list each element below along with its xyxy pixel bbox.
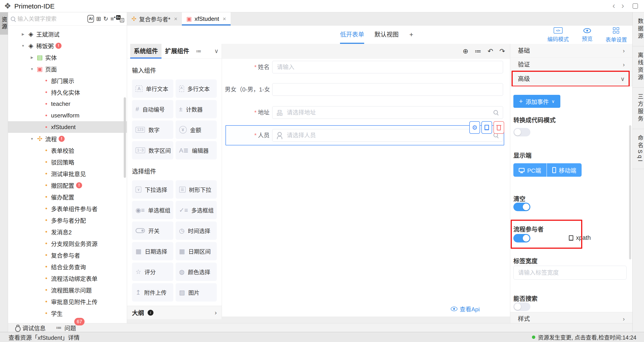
palette-component[interactable]: ▨ 图片 bbox=[176, 283, 217, 302]
tab-extended-components[interactable]: 扩展组件 bbox=[162, 44, 193, 58]
tree-item[interactable]: ● 流程活动绑定表单 ! bbox=[8, 272, 127, 284]
tree-item[interactable]: ● 多表单组件参与者 ! bbox=[8, 203, 127, 214]
tree-item[interactable]: ● 表单校验 ! bbox=[8, 144, 127, 156]
field-input-address[interactable]: 品 bbox=[272, 106, 503, 119]
rail-tab[interactable]: 命名Sql bbox=[632, 129, 644, 169]
tree-item[interactable]: ● teacher ! bbox=[8, 98, 127, 110]
palette-component[interactable]: ∨ 下拉选择 bbox=[132, 180, 173, 198]
tree-item[interactable]: ▤ 实体 ! bbox=[8, 52, 127, 63]
label-width-field[interactable] bbox=[513, 266, 626, 280]
tree-item[interactable]: ▣ 页面 ! bbox=[8, 63, 127, 75]
accordion-validate[interactable]: 验证 › bbox=[510, 58, 632, 72]
tree-item[interactable]: ● xfStudent ! bbox=[8, 121, 127, 133]
outline-tree-icon[interactable]: ≔ bbox=[475, 47, 482, 55]
palette-component[interactable]: ▦ 日期区间 bbox=[176, 242, 217, 260]
flow-participant-toggle[interactable] bbox=[513, 234, 530, 242]
undo-icon[interactable]: ↶ bbox=[488, 47, 493, 55]
field-copy-button[interactable] bbox=[482, 121, 492, 134]
outline-bar[interactable]: 大纲 i › bbox=[127, 306, 222, 319]
palette-component[interactable]: ☆ 评分 bbox=[132, 262, 173, 281]
window-restore-icon[interactable] bbox=[632, 3, 638, 9]
to-code-mode-toggle[interactable] bbox=[513, 128, 530, 136]
tree-item[interactable]: ● 结合业务查询 ! bbox=[8, 261, 127, 272]
tab-system-components[interactable]: 系统组件 bbox=[130, 44, 162, 58]
tree-item[interactable]: ● 催办配置 ! bbox=[8, 191, 127, 203]
xpath-row[interactable]: xpath bbox=[569, 234, 591, 241]
tree-item[interactable]: ● 审批意见附件上传 ! bbox=[8, 296, 127, 307]
i18n-globe-icon[interactable]: ⊕ bbox=[463, 47, 468, 55]
expand-arrow-icon[interactable] bbox=[29, 66, 35, 71]
accordion-advanced[interactable]: 高级 ∨ bbox=[510, 72, 632, 86]
status-right[interactable]: 资源发生变更, 点击查看,检查时间:14:24 bbox=[532, 333, 644, 341]
add-view-button[interactable]: + bbox=[409, 26, 414, 44]
tab-low-code-form[interactable]: 低开表单 bbox=[340, 26, 364, 44]
name-input[interactable] bbox=[272, 61, 503, 73]
palette-component[interactable]: # 自动编号 bbox=[132, 100, 173, 118]
expand-arrow-icon[interactable] bbox=[29, 136, 35, 141]
tree-item[interactable]: ● 分支规则业务资源 ! bbox=[8, 238, 127, 249]
palette-component[interactable]: ▦ 日期选择 bbox=[132, 242, 173, 260]
doc-tab-xfstudent[interactable]: ▣ xfStudent × bbox=[182, 12, 230, 26]
inspector-scrollbar[interactable] bbox=[629, 125, 631, 260]
tree-item[interactable]: ◈ 稀饭粥 ! bbox=[8, 40, 127, 52]
accordion-basic[interactable]: 基础 › bbox=[510, 44, 632, 58]
palette-component[interactable]: ¥ 金额 bbox=[176, 120, 217, 139]
rail-tab[interactable]: 离线资源 bbox=[632, 46, 644, 88]
debug-info-button[interactable]: 调试信息 bbox=[15, 324, 46, 332]
tree-item[interactable]: ● 驳回策略 ! bbox=[8, 156, 127, 168]
gender-input[interactable] bbox=[272, 84, 503, 96]
tree-item[interactable]: ● userwlform ! bbox=[8, 110, 127, 121]
address-search-icon[interactable] bbox=[494, 110, 498, 114]
palette-component[interactable]: ± 计数器 bbox=[176, 100, 217, 118]
tree-item[interactable]: ✣ 流程 ! bbox=[8, 133, 127, 144]
palette-sort-icon[interactable]: ≔ bbox=[196, 48, 201, 54]
expand-arrow-icon[interactable] bbox=[29, 55, 35, 60]
palette-component[interactable]: 123 数字 bbox=[132, 120, 173, 139]
address-input[interactable] bbox=[272, 106, 503, 118]
translate-icon[interactable]: En 文 bbox=[116, 15, 124, 22]
tree-item[interactable]: ● 复合参与者 ! bbox=[8, 249, 127, 261]
chevron-right-icon[interactable]: › bbox=[215, 309, 217, 316]
palette-component[interactable]: A≣ 编辑器 bbox=[176, 141, 217, 160]
person-input[interactable] bbox=[272, 129, 503, 141]
tree-item[interactable]: ● 发消息2 ! bbox=[8, 226, 127, 238]
palette-component[interactable]: ✓≡ 多选框组 bbox=[176, 201, 217, 219]
field-input-person[interactable] bbox=[272, 129, 503, 142]
collapse-all-icon[interactable]: ≡▲ bbox=[110, 16, 114, 22]
preview-button[interactable]: 预览 bbox=[582, 27, 592, 43]
palette-component[interactable]: 1~3 数字区间 bbox=[132, 141, 173, 160]
close-icon[interactable]: × bbox=[223, 16, 226, 22]
expand-arrow-icon[interactable] bbox=[20, 32, 26, 36]
new-resource-icon[interactable]: ⊞ bbox=[96, 16, 101, 22]
palette-component[interactable]: A 多行文本 bbox=[176, 80, 217, 98]
chevron-down-icon[interactable]: ∨ bbox=[214, 48, 218, 54]
field-input-name[interactable] bbox=[272, 61, 503, 73]
expand-arrow-icon[interactable] bbox=[20, 43, 26, 48]
code-mode-button[interactable]: </> 编码模式 bbox=[547, 27, 569, 43]
palette-component[interactable]: ↥ 附件上传 bbox=[132, 283, 173, 302]
label-width-input[interactable] bbox=[514, 266, 626, 279]
tree-item[interactable]: ● 多参与者分配 ! bbox=[8, 214, 127, 226]
palette-component[interactable]: ◷ 时间选择 bbox=[176, 222, 217, 240]
field-delete-button[interactable] bbox=[494, 121, 504, 134]
rail-tab-resources[interactable]: 资源 bbox=[0, 12, 8, 35]
add-event-button[interactable]: + 添加事件 ∨ bbox=[513, 95, 560, 108]
nav-back-icon[interactable]: ‹ bbox=[612, 0, 615, 12]
rail-tab[interactable]: 三方服务 bbox=[632, 88, 644, 129]
tree-scrollbar[interactable] bbox=[124, 97, 126, 178]
field-input-gender[interactable] bbox=[272, 83, 503, 96]
tree-item[interactable]: ● 测试审批意见 ! bbox=[8, 168, 127, 180]
tree-item[interactable]: ● 撤回配置 ! bbox=[8, 180, 127, 191]
refresh-icon[interactable]: ↻ bbox=[103, 16, 108, 22]
ai-icon[interactable]: AI bbox=[88, 15, 94, 22]
palette-component[interactable]: 开关 bbox=[132, 222, 173, 240]
mobile-side-button[interactable]: 移动端 bbox=[546, 163, 582, 177]
view-api-link[interactable]: 查看Api bbox=[451, 305, 480, 313]
pc-side-button[interactable]: PC端 bbox=[513, 163, 546, 177]
tree-item[interactable]: ◈ 王斌测试 ! bbox=[8, 28, 127, 40]
palette-component[interactable]: ◉≡ 单选框组 bbox=[132, 201, 173, 219]
palette-component[interactable]: ◍ 颜色选择 bbox=[176, 262, 217, 281]
rail-tab[interactable]: 数据源 bbox=[632, 12, 644, 46]
redo-icon[interactable]: ↷ bbox=[500, 47, 505, 55]
clear-toggle[interactable] bbox=[513, 203, 530, 211]
